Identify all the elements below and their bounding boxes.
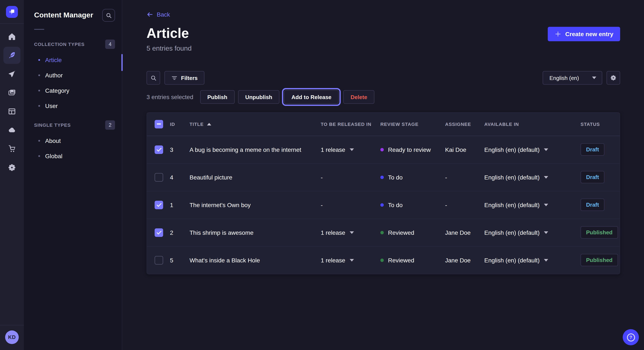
selection-count: 3 entries selected (146, 94, 193, 100)
cell-title: A bug is becoming a meme on the internet (186, 136, 317, 163)
table-row[interactable]: 2 This shrimp is awesome 1 release Revie… (147, 219, 620, 246)
content-manager-subnav: Content Manager COLLECTION TYPES 4 Artic… (24, 0, 122, 350)
table-row[interactable]: 5 What's inside a Black Hole 1 release R… (147, 246, 620, 274)
cell-title: The internet's Own boy (186, 191, 317, 219)
table-body: 3 A bug is becoming a meme on the intern… (147, 136, 620, 274)
bullet-icon (38, 90, 40, 91)
main-nav-rail: KD (0, 0, 24, 350)
column-header-id[interactable]: ID (166, 113, 186, 136)
table-row[interactable]: 4 Beautiful picture - To do - English (e… (147, 163, 620, 191)
user-avatar[interactable]: KD (5, 331, 19, 344)
cell-release[interactable]: - (317, 163, 377, 191)
cell-release[interactable]: 1 release (317, 219, 377, 246)
rail-divider (0, 23, 24, 24)
publish-button[interactable]: Publish (200, 90, 234, 104)
cell-id: 2 (166, 219, 186, 246)
row-checkbox[interactable] (154, 256, 163, 265)
row-checkbox[interactable] (154, 145, 163, 154)
entries-table: ID TITLE TO BE RELEASED IN REVIEW STAGE … (147, 113, 620, 274)
cell-locale[interactable]: English (en) (default) (481, 191, 577, 219)
cell-title: Beautiful picture (186, 163, 317, 191)
section-label: COLLECTION TYPES (34, 42, 84, 47)
cart-icon[interactable] (4, 140, 20, 157)
column-header-available-in: AVAILABLE IN (481, 113, 577, 136)
filter-icon (171, 75, 178, 81)
cell-assignee: Jane Doe (442, 246, 481, 274)
row-checkbox[interactable] (154, 228, 163, 237)
cell-release[interactable]: 1 release (317, 246, 377, 274)
status-badge: Published (580, 254, 618, 266)
rail-bottom: KD (0, 325, 24, 350)
cell-id: 3 (166, 136, 186, 163)
cell-id: 1 (166, 191, 186, 219)
sidebar-item-category[interactable]: Category (24, 83, 122, 98)
cell-review-stage: Reviewed (377, 219, 442, 246)
cell-status: Draft (577, 136, 620, 163)
create-new-entry-button[interactable]: Create new entry (548, 27, 620, 41)
filters-button[interactable]: Filters (164, 71, 204, 85)
gear-icon[interactable] (4, 159, 20, 176)
help-button[interactable]: ? (623, 329, 639, 345)
cell-assignee: - (442, 163, 481, 191)
chevron-down-icon (544, 231, 548, 234)
back-link[interactable]: Back (146, 11, 170, 18)
stage-dot-icon (380, 231, 384, 234)
layout-icon[interactable] (4, 103, 20, 120)
row-checkbox[interactable] (154, 200, 163, 209)
cell-assignee: Kai Doe (442, 136, 481, 163)
cell-review-stage: To do (377, 191, 442, 219)
chevron-down-icon (544, 176, 548, 178)
cell-review-stage: Reviewed (377, 246, 442, 274)
locale-select[interactable]: English (en) (543, 71, 602, 85)
sidebar-item-user[interactable]: User (24, 98, 122, 114)
bullet-icon (38, 105, 40, 107)
search-icon[interactable] (102, 9, 115, 22)
row-checkbox[interactable] (154, 173, 163, 181)
feather-icon[interactable] (4, 47, 20, 64)
cell-assignee: Jane Doe (442, 219, 481, 246)
cell-locale[interactable]: English (en) (default) (481, 219, 577, 246)
column-header-review-stage: REVIEW STAGE (377, 113, 442, 136)
cell-status: Draft (577, 163, 620, 191)
sidebar-item-about[interactable]: About (24, 133, 122, 149)
add-to-release-button[interactable]: Add to Release (284, 90, 338, 104)
bullet-icon (38, 140, 40, 142)
media-icon[interactable] (4, 84, 20, 101)
cell-locale[interactable]: English (en) (default) (481, 163, 577, 191)
cell-locale[interactable]: English (en) (default) (481, 246, 577, 274)
select-all-checkbox[interactable] (154, 120, 163, 128)
cell-release[interactable]: 1 release (317, 136, 377, 163)
section-label: SINGLE TYPES (34, 123, 71, 128)
search-icon[interactable] (146, 71, 160, 85)
cell-review-stage: To do (377, 163, 442, 191)
active-item-indicator (122, 54, 123, 71)
cell-locale[interactable]: English (en) (default) (481, 136, 577, 163)
status-badge: Draft (580, 171, 604, 183)
entries-table-card: ID TITLE TO BE RELEASED IN REVIEW STAGE … (146, 112, 620, 274)
sidebar-item-author[interactable]: Author (24, 68, 122, 83)
stage-dot-icon (380, 203, 384, 206)
collection-types-section: COLLECTION TYPES 4 Article Author Catego… (24, 39, 122, 114)
stage-dot-icon (380, 259, 384, 262)
delete-button[interactable]: Delete (343, 90, 374, 104)
paper-plane-icon[interactable] (4, 65, 20, 82)
sidebar-item-global[interactable]: Global (24, 149, 122, 164)
table-row[interactable]: 3 A bug is becoming a meme on the intern… (147, 136, 620, 163)
strapi-logo[interactable] (6, 6, 18, 18)
chevron-down-icon (544, 259, 548, 262)
column-header-title[interactable]: TITLE (186, 113, 317, 136)
sidebar-item-article[interactable]: Article (24, 52, 122, 68)
cloud-icon[interactable] (4, 122, 20, 139)
cell-release[interactable]: - (317, 191, 377, 219)
unpublish-button[interactable]: Unpublish (238, 90, 280, 104)
home-icon[interactable] (4, 28, 20, 45)
stage-dot-icon (380, 175, 384, 179)
column-header-status: STATUS (577, 113, 620, 136)
chevron-down-icon (544, 203, 548, 206)
status-badge: Draft (580, 143, 604, 156)
cell-review-stage: Ready to review (377, 136, 442, 163)
table-row[interactable]: 1 The internet's Own boy - To do - Engli… (147, 191, 620, 219)
settings-gear-icon[interactable] (606, 71, 620, 85)
subnav-divider (34, 29, 44, 30)
bullet-icon (38, 74, 40, 76)
